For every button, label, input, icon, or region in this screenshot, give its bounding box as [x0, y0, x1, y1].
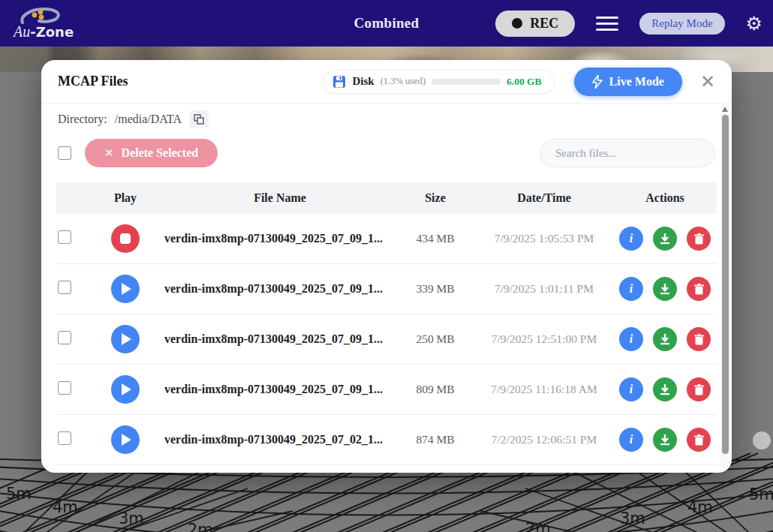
download-button[interactable] [653, 377, 677, 401]
rec-button[interactable]: REC [495, 11, 575, 37]
live-mode-label: Live Mode [609, 75, 664, 89]
trash-icon [694, 384, 704, 395]
delete-button[interactable] [687, 277, 711, 301]
download-icon [660, 434, 670, 446]
play-icon [122, 434, 131, 446]
col-actions: Actions [613, 191, 717, 205]
disk-usage-chip: Disk (1.3% used) 6.00 GB [323, 70, 554, 94]
info-button[interactable]: i [619, 377, 643, 401]
play-button[interactable] [111, 375, 140, 404]
download-button[interactable] [653, 327, 677, 351]
directory-row: Directory: /media/DATA [41, 104, 732, 131]
row-checkbox[interactable] [58, 281, 71, 294]
scrollbar-thumb[interactable] [722, 115, 729, 454]
file-size: 434 MB [396, 232, 475, 245]
row-checkbox[interactable] [58, 431, 71, 445]
select-all-checkbox[interactable] [58, 146, 71, 160]
trash-icon [694, 284, 704, 295]
copy-path-button[interactable] [189, 110, 209, 128]
download-icon [660, 384, 670, 395]
record-dot-icon [512, 18, 522, 29]
file-name: verdin-imx8mp-07130049_2025_07_09_1... [164, 232, 396, 245]
live-mode-button[interactable]: Live Mode [574, 68, 682, 96]
range-label: 3m [119, 509, 144, 527]
table-row: verdin-imx8mp-07130049_2025_07_09_1... 2… [56, 314, 717, 365]
info-icon: i [630, 383, 633, 396]
row-checkbox[interactable] [58, 230, 71, 244]
lightning-icon [592, 75, 603, 89]
files-table: Play File Name Size Date/Time Actions ve… [56, 182, 717, 465]
delete-button[interactable] [687, 227, 711, 251]
info-icon: i [630, 282, 633, 296]
download-button[interactable] [653, 428, 677, 452]
file-datetime: 7/2/2025 12:06:51 PM [475, 433, 613, 446]
file-datetime: 7/9/2025 11:16:18 AM [475, 383, 613, 396]
download-button[interactable] [653, 227, 677, 251]
range-label: 2m [525, 520, 551, 532]
range-label: 2m [188, 521, 213, 532]
disk-used-text: (1.3% used) [380, 76, 426, 87]
file-name: verdin-imx8mp-07130049_2025_07_09_1... [164, 282, 396, 296]
table-row: verdin-imx8mp-07130049_2025_07_09_1... 3… [56, 264, 717, 314]
file-size: 339 MB [396, 282, 475, 296]
play-button[interactable] [111, 275, 140, 303]
play-icon [122, 383, 131, 395]
table-row: verdin-imx8mp-07130049_2025_07_09_1... 8… [56, 365, 717, 415]
floppy-disk-icon [332, 75, 346, 89]
file-size: 874 MB [396, 433, 475, 446]
play-button[interactable] [111, 325, 140, 353]
disk-label: Disk [352, 75, 374, 88]
row-checkbox[interactable] [58, 381, 71, 395]
delete-selected-button[interactable]: ✕ Delete Selected [85, 139, 218, 167]
stop-icon [120, 233, 131, 244]
range-label: 4m [53, 498, 78, 516]
range-label: 5m [6, 485, 32, 503]
info-icon: i [630, 332, 633, 346]
modal-scrollbar[interactable] [720, 104, 730, 470]
x-icon: ✕ [104, 146, 114, 160]
directory-path: /media/DATA [115, 113, 182, 126]
search-input[interactable] [540, 139, 715, 167]
rec-label: REC [530, 16, 558, 32]
delete-button[interactable] [687, 428, 711, 452]
download-button[interactable] [653, 277, 677, 301]
file-size: 809 MB [396, 383, 475, 396]
delete-button[interactable] [687, 377, 711, 401]
modal-header: MCAP Files Disk (1.3% used) 6.00 GB Live… [41, 60, 732, 104]
replay-mode-button[interactable]: Replay Mode [639, 13, 724, 35]
row-checkbox[interactable] [58, 331, 71, 344]
top-app-bar: Au-Zone Combined REC Replay Mode ⚙ [0, 0, 773, 47]
table-controls: ✕ Delete Selected [41, 131, 732, 176]
close-icon[interactable]: ✕ [700, 73, 715, 91]
file-name: verdin-imx8mp-07130049_2025_07_09_1... [164, 332, 396, 346]
table-header: Play File Name Size Date/Time Actions [56, 182, 717, 214]
range-label: 5m [749, 485, 773, 503]
stop-button[interactable] [111, 224, 140, 253]
file-datetime: 7/9/2025 1:05:53 PM [475, 232, 613, 245]
col-file-name: File Name [164, 191, 396, 205]
download-icon [660, 334, 670, 345]
delete-selected-label: Delete Selected [122, 146, 199, 160]
trash-icon [694, 434, 704, 446]
play-button[interactable] [111, 425, 140, 454]
info-button[interactable]: i [619, 277, 643, 301]
disk-capacity: 6.00 GB [507, 76, 542, 88]
mcap-files-modal: MCAP Files Disk (1.3% used) 6.00 GB Live… [41, 60, 732, 473]
disk-progress-bar [432, 79, 501, 85]
topbar-actions: REC Replay Mode ⚙ [495, 11, 762, 37]
menu-icon[interactable] [596, 17, 618, 31]
scrollbar-up-icon[interactable] [722, 107, 728, 112]
modal-title: MCAP Files [58, 74, 128, 89]
info-button[interactable]: i [619, 327, 643, 351]
info-button[interactable]: i [619, 227, 643, 251]
delete-button[interactable] [687, 327, 711, 351]
col-datetime: Date/Time [475, 191, 613, 205]
copy-icon [194, 114, 204, 125]
col-play: Play [86, 191, 164, 205]
gear-icon[interactable]: ⚙ [746, 14, 762, 33]
range-label: 4m [687, 498, 713, 516]
info-button[interactable]: i [619, 428, 643, 452]
download-icon [660, 233, 670, 245]
file-datetime: 7/9/2025 1:01:11 PM [475, 282, 613, 296]
download-icon [660, 284, 670, 295]
